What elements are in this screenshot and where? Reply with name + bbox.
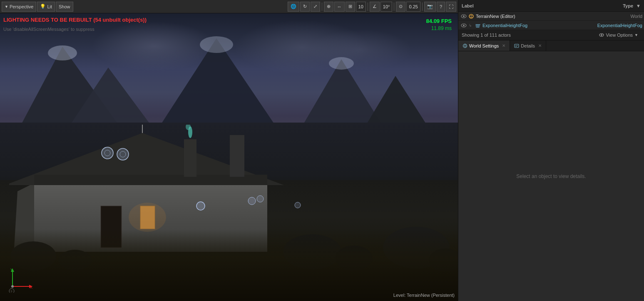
visibility-toggle-terrainnew[interactable] [460,13,467,20]
details-panel: Select an object to view details. [458,51,644,301]
scene-background [0,13,458,301]
right-panel: Label Type ▼ TerrainNew (Editor) World [458,0,644,301]
level-info: Level: TerrainNew (Persistent) [393,293,455,298]
view-options-label: View Options [606,33,633,38]
svg-point-7 [329,57,354,70]
svg-point-6 [200,36,233,53]
grid-snap-value[interactable]: 10 [356,2,366,12]
fps-value: 84.09 FPS [426,18,452,25]
help-button[interactable]: ? [437,2,445,12]
show-button[interactable]: Show [56,2,73,12]
actors-bar: Showing 1 of 111 actors View Options ▼ [458,30,644,40]
perspective-button[interactable]: ▼ Perspective [2,2,36,12]
grass-layer [0,229,458,301]
help-icon: ? [440,4,442,9]
rotation-snap-value[interactable]: 10° [380,2,393,12]
item-label-terrainnew: TerrainNew (Editor) [476,14,601,19]
ms-value: 11.89 ms [426,25,452,32]
rotation-icon: ∠ [373,4,377,9]
tab-world-settings-close[interactable]: ✕ [502,43,505,48]
svg-rect-63 [515,44,519,48]
tab-details-label: Details [521,43,535,48]
screenshot-icon: 📷 [427,4,433,9]
grid-icon: ⊞ [348,4,352,9]
item-type-terrainnew: World [601,14,642,19]
tab-world-settings[interactable]: World Settings ✕ [458,40,510,51]
visibility-toggle-fog[interactable] [460,22,467,29]
toolbar-sep-4 [422,3,423,11]
item-sub-arrow: ↳ [467,23,473,28]
transform-icon: ↔ [337,4,342,9]
details-icon [514,43,519,48]
tab-details-close[interactable]: ✕ [538,43,542,48]
view-options-button[interactable]: ⊕ [324,2,333,12]
eye-icon [599,33,604,38]
svg-rect-15 [230,135,244,177]
actors-count: Showing 1 of 111 actors [462,33,593,38]
viewport-canvas[interactable]: 84.09 FPS 11.89 ms LIGHTING NEEDS TO BE … [0,13,458,301]
svg-point-5 [48,45,77,60]
outliner-items: TerrainNew (Editor) World ↳ [458,12,644,30]
svg-text:Y: Y [10,268,13,272]
fullscreen-icon: ⛶ [449,4,453,9]
view-options-icon: ⊕ [327,4,331,9]
realtime-button[interactable]: ↻ [300,2,310,12]
transform-button[interactable]: ↔ [334,2,345,12]
show-label: Show [59,4,70,9]
toolbar-sep-1 [322,3,322,11]
scale-snap-value[interactable]: 0.25 [406,2,420,12]
svg-text:X: X [30,285,32,289]
svg-text:?: ? [10,290,12,293]
viewport-toolbar: ▼ Perspective 💡 Lit Show 🌐 ↻ ⤢ [0,0,458,13]
scale-icon: ⊙ [399,4,403,9]
maximize-icon: ⤢ [313,4,317,9]
perspective-label: Perspective [10,4,33,9]
col-type-sort-icon[interactable]: ▼ [636,3,641,8]
lighting-warning: LIGHTING NEEDS TO BE REBUILT (54 unbuilt… [3,17,147,23]
tab-details[interactable]: Details ✕ [510,40,546,51]
svg-point-49 [463,15,465,17]
item-sublabel-fog: ExponentialHeightFog [597,23,642,28]
outliner-item-terrainnew[interactable]: TerrainNew (Editor) World [458,12,644,21]
refresh-icon: ↻ [303,4,307,9]
globe-icon: 🌐 [291,4,296,9]
svg-point-54 [463,25,465,26]
select-hint: Select an object to view details. [516,173,586,179]
axis-svg: X Y ? [8,268,33,293]
maximize-button[interactable]: ⤢ [311,2,320,12]
tabs-row: World Settings ✕ Details ✕ [458,40,644,51]
rotation-snap-button[interactable]: ∠ [370,2,380,12]
scale-snap-button[interactable]: ⊙ [396,2,405,12]
outliner-header: Label Type ▼ [458,0,644,12]
viewport-panel: ▼ Perspective 💡 Lit Show 🌐 ↻ ⤢ [0,0,458,301]
toolbar-sep-3 [394,3,394,11]
svg-rect-14 [184,139,196,177]
lit-label: Lit [47,4,52,9]
screenshot-button[interactable]: 📷 [424,2,436,12]
lit-button[interactable]: 💡 Lit [37,2,55,12]
item-label-fog: ExponentialHeightFog [482,23,597,28]
view-options-chevron: ▼ [634,33,638,37]
item-icon-terrainnew [467,13,475,20]
col-label-header: Label [462,3,591,8]
tab-world-settings-label: World Settings [469,43,499,48]
camera-speed-button[interactable]: 🌐 [288,2,299,12]
fullscreen-button[interactable]: ⛶ [446,2,456,12]
svg-point-43 [11,285,14,288]
lit-icon: 💡 [40,4,46,9]
svg-point-59 [601,34,603,36]
item-icon-fog [474,22,482,29]
fps-counter: 84.09 FPS 11.89 ms [426,18,452,32]
col-type-header: Type ▼ [591,3,641,8]
perspective-dropdown-icon: ▼ [5,5,8,9]
world-settings-icon [462,43,467,48]
grid-snap-button[interactable]: ⊞ [346,2,355,12]
outliner-item-fog[interactable]: ↳ ExponentialHeightFog ExponentialHeight… [458,21,644,30]
suppress-hint: Use 'disableAllScreenMessages' to suppre… [3,27,94,32]
axis-indicator: X Y ? [8,268,33,293]
view-options-btn[interactable]: View Options ▼ [597,32,641,38]
toolbar-sep-2 [368,3,368,11]
